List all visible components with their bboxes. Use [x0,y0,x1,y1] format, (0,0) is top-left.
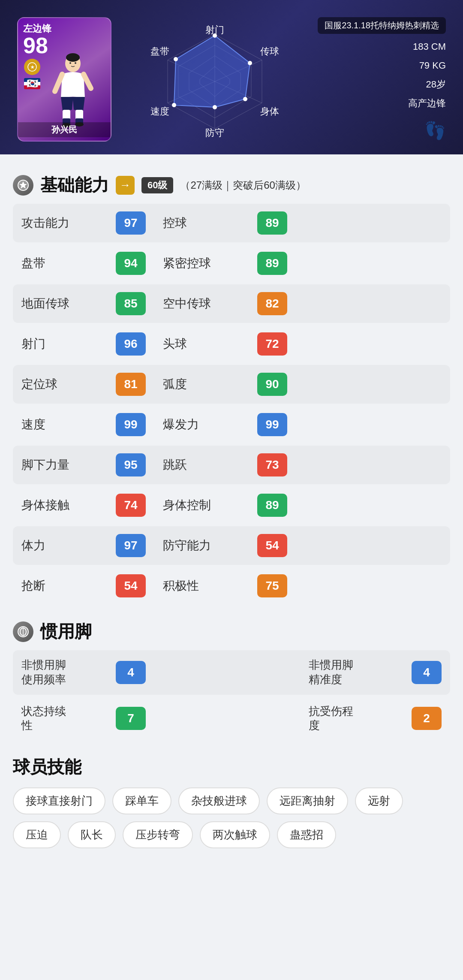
stat-value-left: 99 [116,413,146,436]
stat-name-left: 射门 [21,336,116,352]
player-badge: ★ [24,59,40,75]
arrow-badge[interactable]: → [116,176,135,195]
stat-value-left: 96 [116,332,146,356]
preferred-foot-header: 惯用脚 [13,609,450,650]
stat-name-right: 空中传球 [163,296,257,312]
stat-value-right: 89 [257,252,287,275]
stat-value-right: 75 [257,574,287,597]
stat-value-left: 81 [116,373,146,396]
stat-row: 抢断 54 积极性 75 [13,567,450,605]
foot-stat-value-left: 4 [116,661,146,684]
stat-name-left: 攻击能力 [21,215,116,231]
stat-name-left: 盘带 [21,255,116,271]
skill-tag[interactable]: 杂技般进球 [178,787,260,814]
foot-stat-row: 非惯用脚使用频率 4 非惯用脚精准度 4 [13,650,450,695]
foot-stat-name-left: 非惯用脚使用频率 [21,658,116,687]
skills-title: 球员技能 [13,745,450,787]
stat-row: 地面传球 85 空中传球 82 [13,284,450,323]
skill-tag[interactable]: 接球直接射门 [13,787,105,814]
radar-area: 射门 传球 身体 防守 速度 盘带 [124,17,305,142]
svg-marker-19 [174,36,250,107]
header-section: 左边锋 98 ★ 🇰🇷 [0,0,463,154]
player-type: 高产边锋 [408,94,446,113]
stat-row: 攻击能力 97 控球 89 [13,204,450,242]
main-content: 基础能力 → 60级 （27满级｜突破后60满级） 攻击能力 97 控球 89 … [0,154,463,874]
player-rating: 98 [23,34,48,57]
stat-value-left: 97 [116,534,146,557]
svg-point-21 [248,61,252,65]
svg-point-24 [172,103,176,107]
stat-value-right: 89 [257,211,287,235]
stat-row: 身体接触 74 身体控制 89 [13,486,450,525]
stat-value-right: 89 [257,494,287,517]
stat-value-right: 72 [257,332,287,356]
stat-row: 速度 99 爆发力 99 [13,405,450,444]
skill-tag[interactable]: 压迫 [13,821,61,848]
skills-section: 球员技能 接球直接射门踩单车杂技般进球远距离抽射远射压迫队长压步转弯两次触球蛊惑… [13,745,450,865]
skills-grid: 接球直接射门踩单车杂技般进球远距离抽射远射压迫队长压步转弯两次触球蛊惑招 [13,787,450,865]
svg-point-3 [66,53,80,62]
svg-point-10 [69,62,71,64]
stat-value-left: 95 [116,453,146,476]
stat-name-left: 脚下力量 [21,457,116,473]
skill-tag[interactable]: 队长 [68,821,116,848]
stat-value-right: 82 [257,292,287,315]
stat-row: 射门 96 头球 72 [13,325,450,363]
stat-name-right: 跳跃 [163,457,257,473]
stat-value-left: 85 [116,292,146,315]
stat-name-right: 爆发力 [163,416,257,433]
weight-stat: 79 KG [408,56,446,75]
foot-stat-name-right: 非惯用脚精准度 [309,658,403,687]
foot-stat-value-right: 2 [412,707,442,730]
skill-tag[interactable]: 远距离抽射 [267,787,348,814]
svg-point-23 [213,105,217,109]
stat-name-left: 地面传球 [21,296,116,312]
svg-point-22 [243,97,247,101]
stat-value-right: 90 [257,373,287,396]
stat-row: 脚下力量 95 跳跃 73 [13,446,450,484]
stat-name-left: 定位球 [21,376,116,392]
foot-stat-value-right: 4 [412,661,442,684]
stat-value-right: 73 [257,453,287,476]
stat-value-right: 54 [257,534,287,557]
preferred-foot-title: 惯用脚 [40,620,92,643]
preferred-foot-icon [13,621,33,642]
age-stat: 28岁 [408,75,446,94]
player-flag: 🇰🇷 [24,78,40,89]
radar-chart: 射门 传球 身体 防守 速度 盘带 [146,21,283,142]
skill-tag[interactable]: 两次触球 [200,821,270,848]
foot-stats-container: 非惯用脚使用频率 4 非惯用脚精准度 4 状态持续性 7 抗受伤程度 2 [13,650,450,741]
stat-name-right: 身体控制 [163,497,257,513]
height-stat: 183 CM [408,37,446,56]
stat-value-right: 99 [257,413,287,436]
stat-name-right: 积极性 [163,578,257,594]
stat-row: 体力 97 防守能力 54 [13,526,450,565]
svg-point-20 [213,33,217,38]
stat-name-left: 速度 [21,416,116,433]
player-name: 孙兴民 [18,122,111,137]
skill-tag[interactable]: 蛊惑招 [277,821,336,848]
skill-tag[interactable]: 踩单车 [112,787,171,814]
level-info: （27满级｜突破后60满级） [180,178,306,192]
player-info-right: 国服23.1.18托特纳姆热刺精选 183 CM 79 KG 28岁 高产边锋 … [318,17,446,141]
stat-value-left: 94 [116,252,146,275]
svg-text:★: ★ [30,65,35,69]
level-badge: 60级 [141,177,173,193]
skill-tag[interactable]: 压步转弯 [123,821,193,848]
edition-tag: 国服23.1.18托特纳姆热刺精选 [318,17,446,34]
svg-point-11 [75,62,76,64]
stat-row: 盘带 94 紧密控球 89 [13,244,450,283]
foot-stat-row: 状态持续性 7 抗受伤程度 2 [13,697,450,741]
skill-tag[interactable]: 远射 [355,787,403,814]
stat-name-left: 体力 [21,537,116,554]
stat-value-left: 54 [116,574,146,597]
basic-ability-title: 基础能力 [40,173,109,197]
foot-icon: 👣 [424,121,446,141]
player-physical-stats: 183 CM 79 KG 28岁 高产边锋 [408,37,446,113]
foot-stat-value-left: 7 [116,707,146,730]
player-card: 左边锋 98 ★ 🇰🇷 [17,17,111,142]
basic-ability-header: 基础能力 → 60级 （27满级｜突破后60满级） [13,163,450,204]
foot-stat-name-left: 状态持续性 [21,704,116,733]
svg-point-25 [174,57,178,61]
stat-name-right: 防守能力 [163,537,257,554]
